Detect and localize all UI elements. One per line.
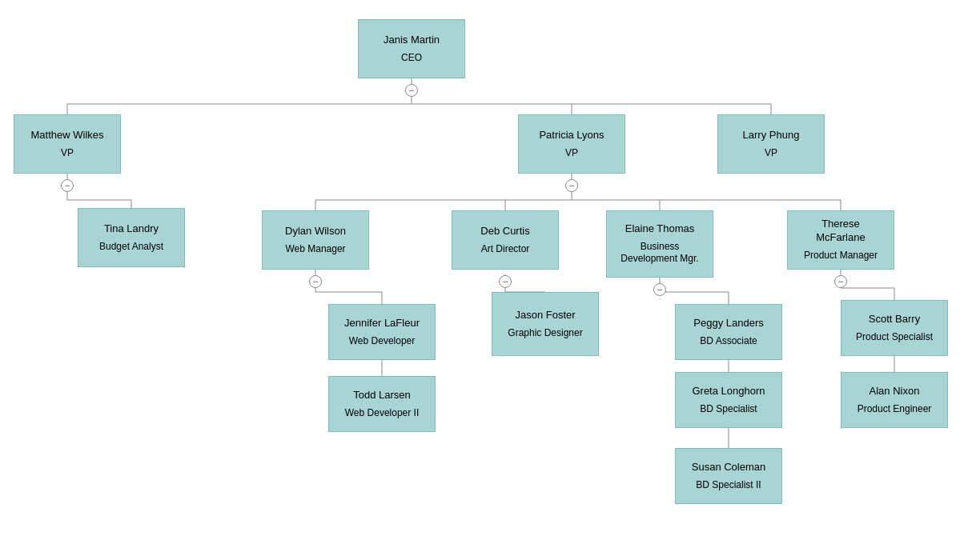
node-therese: Therese McFarlane Product Manager — [787, 210, 894, 270]
node-jennifer: Jennifer LaFleur Web Developer — [328, 304, 436, 360]
collapse-matthew[interactable]: − — [61, 179, 74, 192]
node-peggy-title: BD Associate — [700, 335, 757, 348]
node-greta: Greta Longhorn BD Specialist — [675, 372, 782, 428]
collapse-patricia[interactable]: − — [565, 179, 578, 192]
node-jason-name: Jason Foster — [515, 309, 575, 322]
collapse-janis[interactable]: − — [405, 84, 418, 97]
node-todd: Todd Larsen Web Developer II — [328, 376, 436, 432]
node-alan: Alan Nixon Product Engineer — [841, 372, 948, 428]
node-elaine-name: Elaine Thomas — [625, 222, 694, 236]
org-chart: Janis Martin CEO − Matthew Wilkes VP − P… — [0, 0, 964, 560]
node-tina-title: Budget Analyst — [99, 241, 163, 254]
node-susan-title: BD Specialist II — [696, 479, 761, 492]
node-todd-title: Web Developer II — [345, 407, 420, 420]
node-scott-title: Product Specialist — [856, 331, 933, 344]
node-janis-name: Janis Martin — [384, 34, 440, 47]
node-deb: Deb Curtis Art Director — [452, 210, 559, 270]
node-scott: Scott Barry Product Specialist — [841, 300, 948, 356]
node-alan-title: Product Engineer — [858, 403, 932, 416]
node-larry-name: Larry Phung — [743, 129, 800, 142]
node-dylan-title: Web Manager — [285, 243, 345, 256]
node-jennifer-title: Web Developer — [349, 335, 416, 348]
node-matthew-name: Matthew Wilkes — [30, 129, 103, 142]
node-peggy-name: Peggy Landers — [693, 317, 763, 330]
node-patricia: Patricia Lyons VP — [518, 114, 625, 174]
node-larry: Larry Phung VP — [717, 114, 825, 174]
node-elaine: Elaine Thomas Business Development Mgr. — [606, 210, 713, 278]
node-matthew-title: VP — [61, 147, 74, 160]
node-matthew: Matthew Wilkes VP — [14, 114, 121, 174]
collapse-deb[interactable]: − — [499, 275, 512, 288]
node-larry-title: VP — [765, 147, 777, 160]
node-peggy: Peggy Landers BD Associate — [675, 304, 782, 360]
node-patricia-name: Patricia Lyons — [539, 129, 604, 142]
node-susan: Susan Coleman BD Specialist II — [675, 448, 782, 504]
node-greta-title: BD Specialist — [700, 403, 757, 416]
node-jason: Jason Foster Graphic Designer — [492, 292, 599, 356]
node-janis: Janis Martin CEO — [358, 19, 465, 78]
node-tina: Tina Landry Budget Analyst — [78, 208, 185, 267]
node-therese-title: Product Manager — [804, 250, 878, 262]
collapse-elaine[interactable]: − — [653, 283, 666, 296]
connector-lines — [0, 0, 964, 560]
collapse-therese[interactable]: − — [834, 275, 847, 288]
node-susan-name: Susan Coleman — [692, 461, 766, 474]
node-tina-name: Tina Landry — [104, 222, 159, 236]
node-greta-name: Greta Longhorn — [692, 385, 765, 398]
node-jennifer-name: Jennifer LaFleur — [344, 317, 420, 330]
node-alan-name: Alan Nixon — [870, 385, 920, 398]
collapse-dylan[interactable]: − — [309, 275, 322, 288]
node-todd-name: Todd Larsen — [353, 389, 411, 402]
node-patricia-title: VP — [565, 147, 578, 160]
node-dylan-name: Dylan Wilson — [285, 225, 346, 238]
node-deb-title: Art Director — [481, 243, 530, 256]
node-deb-name: Deb Curtis — [480, 225, 529, 238]
node-janis-title: CEO — [401, 52, 422, 65]
node-jason-title: Graphic Designer — [508, 327, 582, 340]
node-scott-name: Scott Barry — [869, 313, 920, 326]
node-elaine-title: Business Development Mgr. — [621, 241, 698, 266]
node-therese-name: Therese McFarlane — [796, 218, 886, 245]
node-dylan: Dylan Wilson Web Manager — [262, 210, 369, 270]
